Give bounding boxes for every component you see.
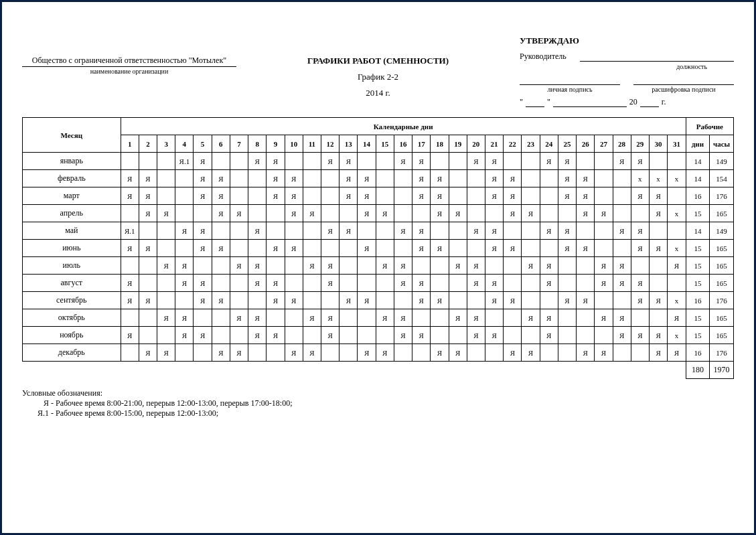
total-days-header: дни [686, 135, 710, 153]
day-cell: Я [248, 257, 267, 275]
day-cell [194, 257, 212, 275]
day-cell [230, 327, 248, 344]
month-cell: апрель [23, 205, 121, 222]
day-cell [285, 327, 303, 344]
day-cell [303, 153, 321, 170]
day-cell [248, 240, 267, 257]
day-cell [376, 327, 394, 344]
day-cell: Я [613, 257, 631, 275]
day-cell [230, 187, 248, 205]
day-cell: Я [303, 205, 321, 222]
day-cell [522, 292, 540, 309]
row-days-total: 14 [686, 170, 710, 187]
day-number-header: 10 [285, 135, 303, 153]
day-cell: Я [431, 170, 449, 187]
month-cell: август [23, 275, 121, 292]
day-number-header: 3 [157, 135, 175, 153]
day-cell: Я [449, 309, 467, 327]
grand-total-days: 180 [686, 362, 710, 379]
day-cell: Я [339, 222, 358, 240]
day-cell: Я [175, 222, 194, 240]
day-cell: x [668, 292, 686, 309]
day-number-header: 28 [613, 135, 631, 153]
row-hours-total: 176 [710, 292, 734, 309]
legend-text: Рабочее время 8:00-21:00, перерыв 12:00-… [56, 398, 293, 408]
day-cell [358, 327, 376, 344]
date-month-blank [553, 99, 627, 107]
day-cell [613, 344, 631, 362]
day-cell [668, 275, 686, 292]
day-cell: Я [558, 170, 576, 187]
day-cell [504, 153, 522, 170]
day-cell [649, 222, 667, 240]
day-cell [376, 275, 394, 292]
day-number-header: 11 [303, 135, 321, 153]
day-cell [522, 187, 540, 205]
day-cell [212, 222, 230, 240]
day-cell [412, 205, 431, 222]
day-cell: Я [577, 240, 595, 257]
day-cell: Я [412, 275, 431, 292]
day-numbers-row: 1234567891011121314151617181920212223242… [23, 135, 734, 153]
day-cell [376, 153, 394, 170]
table-row: ноябрьЯЯЯЯЯЯЯЯЯЯЯЯЯЯx15165 [23, 327, 734, 344]
month-cell: июль [23, 257, 121, 275]
table-head: Месяц Календарные дни Рабочие 1234567891… [23, 118, 734, 153]
day-cell: Я [339, 170, 358, 187]
day-cell: Я [121, 240, 139, 257]
day-cell [394, 170, 412, 187]
day-cell: Я [577, 170, 595, 187]
day-cell [431, 327, 449, 344]
day-cell [631, 205, 649, 222]
day-cell: Я [194, 222, 212, 240]
day-cell: Я [449, 257, 467, 275]
day-cell: Я [431, 292, 449, 309]
table-row: августЯЯЯЯЯЯЯЯЯЯЯЯЯЯ15165 [23, 275, 734, 292]
row-days-total: 16 [686, 292, 710, 309]
day-cell [595, 170, 613, 187]
day-cell: Я [194, 327, 212, 344]
day-cell [157, 292, 175, 309]
day-cell [157, 327, 175, 344]
day-cell [212, 309, 230, 327]
day-cell [649, 309, 667, 327]
day-cell: Я [303, 257, 321, 275]
day-cell: Я [194, 275, 212, 292]
day-cell [248, 170, 267, 187]
day-cell [613, 170, 631, 187]
day-cell: Я [668, 309, 686, 327]
signature-sublabel: личная подпись [520, 86, 620, 93]
day-cell [449, 222, 467, 240]
day-cell: Я [194, 292, 212, 309]
day-cell: Я [431, 344, 449, 362]
row-days-total: 15 [686, 275, 710, 292]
day-cell [577, 222, 595, 240]
day-cell [248, 205, 267, 222]
day-cell: Я [267, 240, 285, 257]
day-cell: Я [394, 327, 412, 344]
day-cell: Я [321, 327, 339, 344]
day-cell [595, 292, 613, 309]
row-days-total: 15 [686, 240, 710, 257]
day-cell [649, 153, 667, 170]
day-cell [339, 309, 358, 327]
day-cell [668, 153, 686, 170]
day-cell: Я [267, 153, 285, 170]
day-cell [613, 205, 631, 222]
day-cell [339, 257, 358, 275]
day-cell: Я [175, 257, 194, 275]
day-cell: Я [157, 205, 175, 222]
day-cell: Я [285, 187, 303, 205]
day-cell [321, 170, 339, 187]
day-cell [157, 187, 175, 205]
schedule-name: График 2-2 [236, 72, 520, 82]
day-cell [558, 309, 576, 327]
day-cell: Я [358, 344, 376, 362]
grand-total-hours: 1970 [710, 362, 734, 379]
day-cell [467, 187, 485, 205]
day-cell [175, 187, 194, 205]
day-cell: Я [668, 257, 686, 275]
day-cell: Я [212, 205, 230, 222]
day-cell: Я [577, 292, 595, 309]
day-cell: Я [321, 309, 339, 327]
